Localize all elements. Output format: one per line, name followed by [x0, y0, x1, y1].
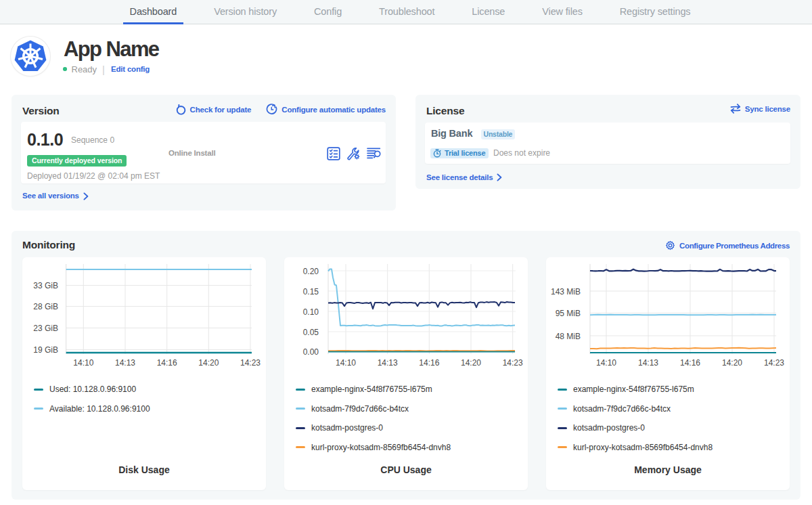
- svg-text:14:20: 14:20: [198, 358, 219, 368]
- svg-text:14:16: 14:16: [419, 358, 439, 368]
- svg-text:23 GiB: 23 GiB: [33, 324, 58, 333]
- svg-text:95 MiB: 95 MiB: [556, 309, 581, 318]
- svg-text:14:16: 14:16: [680, 358, 700, 368]
- svg-text:0.15: 0.15: [303, 287, 319, 297]
- svg-text:28 GiB: 28 GiB: [33, 302, 58, 311]
- svg-text:14:16: 14:16: [157, 358, 177, 368]
- svg-text:14:13: 14:13: [638, 358, 658, 368]
- svg-text:19 GiB: 19 GiB: [33, 345, 58, 355]
- svg-text:143 MiB: 143 MiB: [551, 287, 581, 297]
- svg-text:14:23: 14:23: [503, 358, 523, 368]
- svg-text:0.10: 0.10: [303, 307, 319, 317]
- svg-text:14:10: 14:10: [596, 358, 616, 368]
- svg-text:14:23: 14:23: [240, 358, 261, 368]
- svg-text:33 GiB: 33 GiB: [33, 281, 58, 290]
- svg-text:14:23: 14:23: [764, 358, 784, 368]
- svg-text:14:10: 14:10: [336, 358, 356, 368]
- svg-text:14:20: 14:20: [461, 358, 481, 368]
- svg-text:14:13: 14:13: [115, 358, 135, 368]
- svg-text:0.00: 0.00: [303, 347, 319, 357]
- svg-text:0.05: 0.05: [303, 328, 319, 337]
- svg-text:0.20: 0.20: [303, 267, 319, 276]
- svg-text:14:10: 14:10: [73, 358, 93, 368]
- svg-text:14:20: 14:20: [722, 358, 742, 368]
- svg-text:14:13: 14:13: [378, 358, 398, 368]
- svg-text:48 MiB: 48 MiB: [556, 332, 581, 341]
